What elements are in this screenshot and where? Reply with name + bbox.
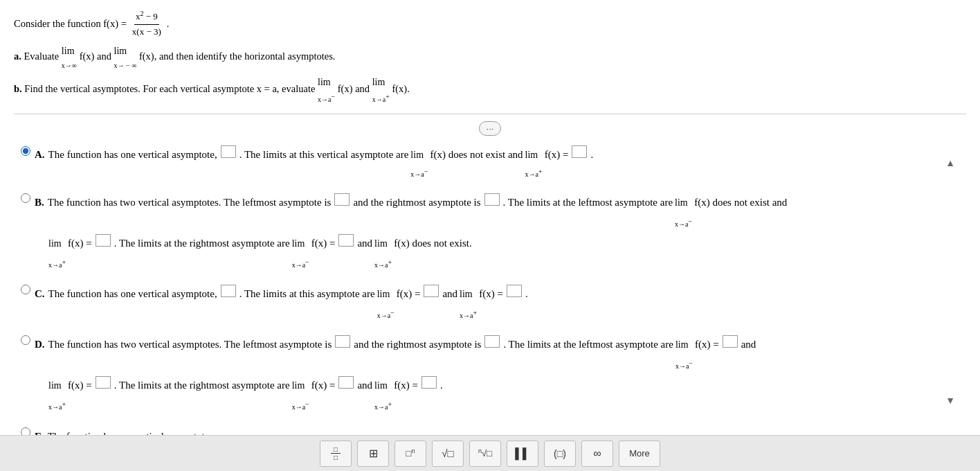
option-c-input1[interactable] <box>221 285 236 297</box>
option-d-content: D. The function has two vertical asympto… <box>35 333 959 415</box>
abs-button[interactable]: ▌▌ <box>507 441 538 467</box>
option-d-lim2: lim x→a+ <box>48 375 66 415</box>
infinity-button[interactable]: ∞ <box>581 441 613 467</box>
option-b-lim1: lim x→a− <box>675 193 692 232</box>
option-b-input1[interactable] <box>334 193 350 206</box>
part-a-eval: Evaluate <box>24 51 62 62</box>
option-a-input1[interactable] <box>221 145 236 158</box>
part-a: a. Evaluate lim x→∞ f(x) and lim x→ − ∞ … <box>14 42 966 72</box>
parentheses-button[interactable]: (□) <box>544 441 576 467</box>
part-b: b. Find the vertical asymptotes. For eac… <box>14 73 966 107</box>
ellipsis-button[interactable]: ··· <box>479 121 502 136</box>
option-b-lim2: lim x→a+ <box>48 233 66 273</box>
option-c-lim1: lim x→a− <box>377 284 394 323</box>
option-b-label: B. <box>35 191 44 214</box>
limit-left: lim x→a− <box>318 73 335 107</box>
option-b-input4[interactable] <box>338 234 354 247</box>
math-toolbar: □ □ ⊞ □n √□ n√□ ▌▌ (□) ∞ More <box>0 435 980 471</box>
option-c-label: C. <box>35 283 45 305</box>
option-b-input2[interactable] <box>484 193 500 206</box>
nth-root-button[interactable]: n√□ <box>469 441 501 467</box>
option-b-lim4: lim x→a+ <box>374 233 392 273</box>
divider <box>14 114 966 114</box>
fraction-button[interactable]: □ □ <box>320 441 352 467</box>
option-a-content: A. The function has one vertical asympto… <box>35 144 959 181</box>
fraction-denominator: x(x − 3) <box>131 25 163 39</box>
option-b-input3[interactable] <box>96 234 111 247</box>
fraction-numerator: x2 − 9 <box>134 8 159 25</box>
option-b-radio[interactable] <box>21 193 30 203</box>
option-c-content: C. The function has one vertical asympto… <box>35 283 959 323</box>
option-a-block: A. The function has one vertical asympto… <box>21 144 959 181</box>
option-a-radio[interactable] <box>21 146 30 156</box>
function-intro: Consider the function f(x) = x2 − 9 x(x … <box>14 8 966 39</box>
superscript-button[interactable]: □n <box>394 441 426 467</box>
option-a-lim1: lim x→a− <box>410 145 428 181</box>
main-content: Consider the function f(x) = x2 − 9 x(x … <box>0 0 980 448</box>
more-button[interactable]: More <box>619 441 660 467</box>
options-section: A. The function has one vertical asympto… <box>14 144 966 448</box>
option-c-radio[interactable] <box>21 285 30 294</box>
matrix-button[interactable]: ⊞ <box>357 441 389 467</box>
option-a-text2: . The limits at this vertical asymptote … <box>239 144 409 165</box>
problem-header: Consider the function f(x) = x2 − 9 x(x … <box>14 8 966 107</box>
option-a-lim2: lim x→a+ <box>525 145 543 181</box>
option-c-input3[interactable] <box>507 285 522 297</box>
option-a-label: A. <box>35 144 45 165</box>
option-d-lim3: lim x→a− <box>292 375 309 415</box>
option-b-lim3: lim x→a− <box>292 233 309 273</box>
part-b-label: b. <box>14 83 22 94</box>
option-d-input4[interactable] <box>96 376 111 389</box>
part-b-text: Find the vertical asymptotes. For each v… <box>24 83 318 94</box>
limit-right: lim x→a+ <box>372 73 390 107</box>
more-label: More <box>629 448 650 459</box>
option-c-block: C. The function has one vertical asympto… <box>21 283 959 323</box>
scroll-up-arrow[interactable]: ▲ <box>945 158 955 169</box>
option-d-input3[interactable] <box>723 335 738 348</box>
scroll-down-arrow[interactable]: ▼ <box>945 396 955 407</box>
function-fraction: x2 − 9 x(x − 3) <box>131 8 163 39</box>
option-d-label: D. <box>35 333 45 356</box>
part-a-label: a. <box>14 51 21 62</box>
option-a-text1: The function has one vertical asymptote, <box>48 144 217 165</box>
option-d-block: D. The function has two vertical asympto… <box>21 333 959 415</box>
limit-2: lim x→ − ∞ <box>114 42 137 72</box>
option-d-input2[interactable] <box>484 335 500 348</box>
option-d-radio[interactable] <box>21 335 30 345</box>
option-d-input1[interactable] <box>335 335 350 348</box>
ellipsis-section: ··· <box>14 121 966 136</box>
option-d-input6[interactable] <box>421 376 437 389</box>
limit-1: lim x→∞ <box>62 42 77 72</box>
option-c-input2[interactable] <box>424 285 439 297</box>
option-a-input2[interactable] <box>572 145 587 158</box>
option-d-lim1: lim x→a− <box>675 335 693 374</box>
option-b-content: B. The function has two vertical asympto… <box>35 191 959 273</box>
intro-text: Consider the function f(x) = <box>14 16 127 32</box>
sqrt-button[interactable]: √□ <box>432 441 464 467</box>
option-d-input5[interactable] <box>338 376 354 389</box>
option-c-lim2: lim x→a+ <box>460 284 477 323</box>
option-d-lim4: lim x→a+ <box>374 375 392 415</box>
option-b-block: B. The function has two vertical asympto… <box>21 191 959 273</box>
